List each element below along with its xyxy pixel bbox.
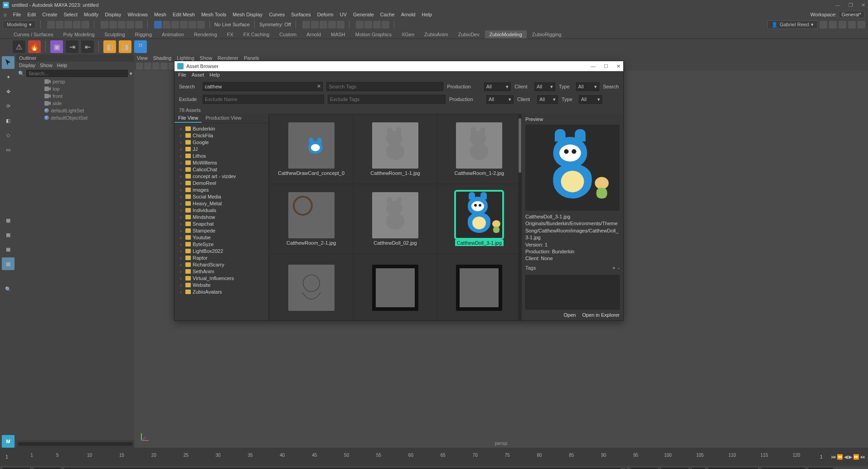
- vp-tool-icon[interactable]: [144, 63, 151, 70]
- folder-item[interactable]: ›Lithos: [175, 152, 267, 159]
- asset-thumbnail[interactable]: [438, 254, 521, 320]
- vp-menu-view[interactable]: View: [137, 55, 148, 61]
- statusbtn2-icon[interactable]: [829, 21, 837, 29]
- search-tool-icon[interactable]: 🔍: [2, 283, 15, 295]
- search-button[interactable]: Search: [603, 84, 619, 89]
- exclude-name-input[interactable]: [203, 95, 324, 104]
- layout-single-icon[interactable]: ▦: [2, 214, 15, 227]
- menu-meshdisplay[interactable]: Mesh Display: [233, 12, 262, 17]
- menu-surfaces[interactable]: Surfaces: [291, 12, 310, 17]
- play-fwd-icon[interactable]: ▶: [849, 454, 852, 460]
- menu-file[interactable]: File: [13, 12, 21, 17]
- workspace-selector[interactable]: General*: [839, 11, 864, 18]
- shelf-tab[interactable]: Poly Modeling: [58, 30, 99, 39]
- folder-item[interactable]: ›CalicoChat: [175, 166, 267, 173]
- menu-meshtools[interactable]: Mesh Tools: [201, 12, 226, 17]
- assetwin-menu-help[interactable]: Help: [209, 72, 220, 78]
- menu-mesh[interactable]: Mesh: [154, 12, 166, 17]
- shelf-purple-icon[interactable]: ▣: [50, 40, 63, 53]
- tag-add-button[interactable]: +: [612, 265, 615, 271]
- redo-icon[interactable]: [82, 21, 89, 29]
- menu-generate[interactable]: Generate: [353, 12, 374, 17]
- undo-icon[interactable]: [73, 21, 81, 29]
- folder-item[interactable]: ›Social Media: [175, 193, 267, 200]
- outliner-scrollbar[interactable]: [18, 442, 132, 446]
- statusbtn5-icon[interactable]: [858, 21, 865, 29]
- play-back-icon[interactable]: ◀: [844, 454, 848, 460]
- rotate-tool[interactable]: ⟳: [2, 100, 15, 112]
- charset-selector[interactable]: No Character Set ▾: [708, 468, 758, 469]
- snap-point-icon[interactable]: [171, 21, 179, 29]
- grid-scrollbar[interactable]: [518, 114, 522, 320]
- vp-menu-panels[interactable]: Panels: [244, 55, 259, 61]
- step-back-icon[interactable]: ⏪: [837, 454, 843, 460]
- shelf-tab[interactable]: Animation: [157, 30, 189, 39]
- shelf-tab[interactable]: XGen: [397, 30, 419, 39]
- menu-create[interactable]: Create: [42, 12, 57, 17]
- shelf-cube2-icon[interactable]: ◨: [119, 40, 131, 53]
- shelf-burn-icon[interactable]: 🔥: [28, 40, 41, 53]
- shelf-cube1-icon[interactable]: ◧: [103, 40, 116, 53]
- vp-menu-renderer[interactable]: Renderer: [218, 55, 238, 61]
- asset-thumbnail[interactable]: [270, 254, 353, 320]
- shelf-tab[interactable]: ZubioRigging: [528, 30, 566, 39]
- playback-next-icon[interactable]: [373, 21, 381, 29]
- autokey-icon[interactable]: 🔑: [692, 468, 705, 469]
- selmode-icon[interactable]: [101, 21, 108, 29]
- openscene-icon[interactable]: [56, 21, 63, 29]
- layout-two-icon[interactable]: ▦: [2, 243, 15, 256]
- shelf-tab[interactable]: Arnold: [302, 30, 325, 39]
- folder-item[interactable]: ›DemoReel: [175, 179, 267, 186]
- window-close-icon[interactable]: ✕: [861, 2, 865, 8]
- timeline[interactable]: 1 15101520253035404550556065707580859095…: [0, 448, 868, 466]
- snap-live-icon[interactable]: [197, 21, 205, 29]
- outliner-item[interactable]: front: [20, 92, 134, 100]
- folder-item[interactable]: ›Bunderkin: [175, 125, 267, 132]
- menu-windows[interactable]: Windows: [127, 12, 148, 17]
- outliner-menu-display[interactable]: Display: [19, 63, 35, 68]
- outliner-item[interactable]: defaultObjectSet: [20, 114, 134, 121]
- folder-item[interactable]: ›SethAnim: [175, 268, 267, 275]
- selmode2-icon[interactable]: [109, 21, 117, 29]
- renderseq-icon[interactable]: [328, 21, 336, 29]
- folder-item[interactable]: ›Snapchat: [175, 220, 267, 227]
- search-tags-input[interactable]: [326, 82, 443, 91]
- folder-item[interactable]: ›ZubioAvatars: [175, 288, 267, 295]
- shelf-tab[interactable]: MASH: [326, 30, 350, 39]
- scale-tool[interactable]: ◧: [2, 114, 15, 127]
- assetwin-minimize-icon[interactable]: —: [591, 63, 596, 69]
- asset-thumbnail[interactable]: CatthewDoll_02.jpg: [354, 184, 436, 253]
- shelf-tab[interactable]: Sculpting: [100, 30, 130, 39]
- goto-start-icon[interactable]: ⏮: [831, 454, 836, 460]
- shelf-tab[interactable]: FX Caching: [239, 30, 274, 39]
- layout-four-icon[interactable]: ▦: [2, 228, 15, 241]
- folder-item[interactable]: ›Raptor: [175, 254, 267, 261]
- folder-item[interactable]: ›JJ: [175, 145, 267, 152]
- type-selector[interactable]: All▾: [576, 82, 600, 91]
- lasso-tool[interactable]: ✦: [2, 71, 15, 83]
- menu-display[interactable]: Display: [105, 12, 121, 17]
- tags-box[interactable]: [525, 275, 620, 309]
- folder-item[interactable]: ›MoWillems: [175, 159, 267, 166]
- folder-item[interactable]: ›Website: [175, 281, 267, 288]
- vp-menu-show[interactable]: Show: [200, 55, 213, 61]
- folder-item[interactable]: ›concept art - vizdev: [175, 173, 267, 179]
- exclude-type-selector[interactable]: All▾: [579, 95, 602, 104]
- home-icon[interactable]: ⌂: [4, 12, 7, 17]
- iprrender-icon[interactable]: [320, 21, 327, 29]
- select-tool[interactable]: [2, 56, 15, 69]
- asset-thumbnail[interactable]: CatthewRoom_1-1.jpg: [354, 115, 436, 184]
- menu-deform[interactable]: Deform: [317, 12, 334, 17]
- tree-tab-fileview[interactable]: File View: [175, 114, 202, 123]
- outliner-menu-show[interactable]: Show: [40, 63, 53, 68]
- folder-item[interactable]: ›Google: [175, 139, 267, 145]
- statusbtn3-icon[interactable]: [839, 21, 846, 29]
- folder-item[interactable]: ›images: [175, 186, 267, 193]
- assetwin-maximize-icon[interactable]: ☐: [604, 63, 608, 69]
- assetwin-menu-file[interactable]: File: [178, 72, 186, 78]
- shelf-warning-icon[interactable]: ⚠: [13, 40, 25, 53]
- shelf-tab[interactable]: Rigging: [131, 30, 156, 39]
- folder-item[interactable]: ›Individuals: [175, 207, 267, 213]
- soft-tool[interactable]: ▭: [2, 143, 15, 156]
- menu-cache[interactable]: Cache: [380, 12, 395, 17]
